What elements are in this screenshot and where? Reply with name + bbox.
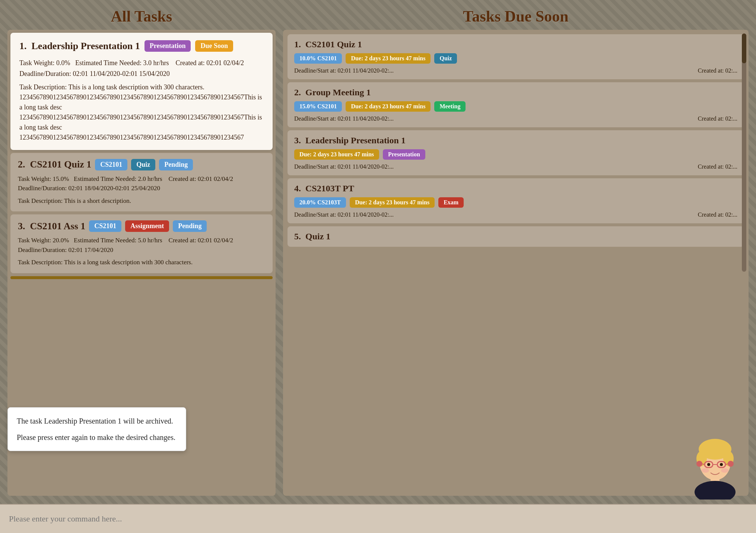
- svg-point-16: [728, 461, 734, 467]
- right-task-3-created: Created at: 02:...: [698, 163, 737, 170]
- right-task-2-header: 2. Group Meeting 1: [294, 87, 737, 98]
- svg-point-10: [720, 463, 723, 466]
- archive-notice-line2: Please press enter again to make the des…: [17, 431, 177, 443]
- task-2-description: Task Description: This is a short descri…: [18, 196, 265, 206]
- right-tasks-list: 1. CS2101 Quiz 1 10.0% CS2101 Due: 2 day…: [283, 30, 749, 496]
- right-task-3-deadline: Deadline/Start at: 02:01 11/04/2020-02:.…: [294, 163, 394, 170]
- right-task-1-header: 1. CS2101 Quiz 1: [294, 39, 737, 50]
- task-1-header: 1. Leadership Presentation 1 Presentatio…: [19, 40, 264, 52]
- right-task-4-deadline: Deadline/Start at: 02:01 11/04/2020-02:.…: [294, 211, 394, 218]
- svg-point-9: [707, 463, 710, 466]
- badge-rt2-due: Due: 2 days 23 hours 47 mins: [346, 101, 431, 112]
- badge-rt3-presentation: Presentation: [383, 149, 425, 160]
- task-card-2[interactable]: 2. CS2101 Quiz 1 CS2101 Quiz Pending Tas…: [10, 153, 273, 212]
- badge-presentation: Presentation: [144, 40, 191, 52]
- badge-rt3-due: Due: 2 days 23 hours 47 mins: [294, 149, 379, 160]
- all-tasks-title: All Tasks: [7, 7, 276, 25]
- task-3-description: Task Description: This is a long task de…: [18, 258, 265, 267]
- task-card-3[interactable]: 3. CS2101 Ass 1 CS2101 Assignment Pendin…: [10, 214, 273, 273]
- right-task-card-5[interactable]: 5. Quiz 1: [288, 226, 744, 247]
- right-task-card-2[interactable]: 2. Group Meeting 1 15.0% CS2101 Due: 2 d…: [288, 82, 744, 127]
- svg-point-15: [696, 461, 702, 467]
- right-task-4-badges: 20.0% CS2103T Due: 2 days 23 hours 47 mi…: [294, 197, 737, 208]
- task-3-header: 3. CS2101 Ass 1 CS2101 Assignment Pendin…: [18, 220, 265, 232]
- right-task-5-header: 5. Quiz 1: [294, 232, 737, 242]
- command-input[interactable]: [9, 514, 747, 524]
- task-1-number-title: 1. Leadership Presentation 1: [19, 41, 140, 52]
- archive-notice-line1: The task Leadership Presentation 1 will …: [17, 415, 177, 427]
- right-task-card-3[interactable]: 3. Leadership Presentation 1 Due: 2 days…: [288, 130, 744, 175]
- right-task-3-meta: Deadline/Start at: 02:01 11/04/2020-02:.…: [294, 163, 737, 170]
- right-task-card-4[interactable]: 4. CS2103T PT 20.0% CS2103T Due: 2 days …: [288, 178, 744, 223]
- badge-rt4-exam: Exam: [438, 197, 464, 208]
- right-task-3-header: 3. Leadership Presentation 1: [294, 135, 737, 146]
- badge-pending-2: Pending: [159, 159, 193, 170]
- badge-assignment-3: Assignment: [125, 220, 169, 232]
- right-task-card-1[interactable]: 1. CS2101 Quiz 1 10.0% CS2101 Due: 2 day…: [288, 34, 744, 79]
- svg-point-0: [695, 481, 736, 500]
- right-task-1-title: 1. CS2101 Quiz 1: [294, 39, 362, 50]
- right-task-4-meta: Deadline/Start at: 02:01 11/04/2020-02:.…: [294, 211, 737, 218]
- badge-rt4-due: Due: 2 days 23 hours 47 mins: [350, 197, 435, 208]
- right-task-4-title: 4. CS2103T PT: [294, 183, 354, 194]
- right-task-5-title: 5. Quiz 1: [294, 232, 330, 242]
- task-1-meta: Task Weight: 0.0% Estimated Time Needed:…: [19, 58, 264, 79]
- svg-point-13: [702, 468, 709, 473]
- right-task-2-created: Created at: 02:...: [698, 115, 737, 122]
- badge-rt1-quiz: Quiz: [434, 53, 457, 64]
- right-task-2-deadline: Deadline/Start at: 02:01 11/04/2020-02:.…: [294, 115, 394, 122]
- command-bar: [0, 504, 756, 533]
- badge-quiz-2: Quiz: [131, 159, 155, 170]
- right-task-2-title: 2. Group Meeting 1: [294, 87, 371, 98]
- right-panel: Tasks Due Soon 1. CS2101 Quiz 1 10.0% CS…: [283, 7, 749, 496]
- right-task-2-meta: Deadline/Start at: 02:01 11/04/2020-02:.…: [294, 115, 737, 122]
- right-scrollbar[interactable]: [742, 33, 746, 272]
- badge-cs2101-3: CS2101: [89, 220, 121, 232]
- right-task-3-title: 3. Leadership Presentation 1: [294, 135, 406, 146]
- right-task-1-badges: 10.0% CS2101 Due: 2 days 23 hours 47 min…: [294, 53, 737, 64]
- right-task-1-created: Created at: 02:...: [698, 67, 737, 74]
- badge-rt1-weight: 10.0% CS2101: [294, 53, 342, 64]
- right-scrollbar-thumb[interactable]: [742, 33, 746, 63]
- task-1-description: Task Description: This is a long task de…: [19, 82, 264, 143]
- badge-rt1-due: Due: 2 days 23 hours 47 mins: [346, 53, 431, 64]
- task-2-meta: Task Weight: 15.0% Estimated Time Needed…: [18, 174, 265, 193]
- task-2-number-title: 2. CS2101 Quiz 1: [18, 159, 91, 170]
- tasks-due-soon-title: Tasks Due Soon: [283, 7, 749, 25]
- right-task-1-meta: Deadline/Start at: 02:01 11/04/2020-02:.…: [294, 67, 737, 74]
- badge-cs2101-2: CS2101: [95, 159, 127, 170]
- badge-due-soon: Due Soon: [195, 40, 233, 52]
- task-card-1-expanded[interactable]: 1. Leadership Presentation 1 Presentatio…: [10, 33, 273, 150]
- svg-point-14: [721, 468, 728, 473]
- scroll-indicator: [10, 276, 273, 279]
- archive-notice: The task Leadership Presentation 1 will …: [7, 407, 186, 451]
- task-3-number-title: 3. CS2101 Ass 1: [18, 221, 85, 232]
- task-2-header: 2. CS2101 Quiz 1 CS2101 Quiz Pending: [18, 159, 265, 170]
- right-task-4-header: 4. CS2103T PT: [294, 183, 737, 194]
- right-task-2-badges: 15.0% CS2101 Due: 2 days 23 hours 47 min…: [294, 101, 737, 112]
- badge-rt2-meeting: Meeting: [434, 101, 466, 112]
- character-illustration: [685, 425, 745, 500]
- task-3-meta: Task Weight: 20.0% Estimated Time Needed…: [18, 236, 265, 255]
- badge-rt4-weight: 20.0% CS2103T: [294, 197, 346, 208]
- badge-rt2-weight: 15.0% CS2101: [294, 101, 342, 112]
- right-task-4-created: Created at: 02:...: [698, 211, 737, 218]
- badge-pending-3: Pending: [173, 220, 207, 232]
- right-task-3-badges: Due: 2 days 23 hours 47 mins Presentatio…: [294, 149, 737, 160]
- right-task-1-deadline: Deadline/Start at: 02:01 11/04/2020-02:.…: [294, 67, 394, 74]
